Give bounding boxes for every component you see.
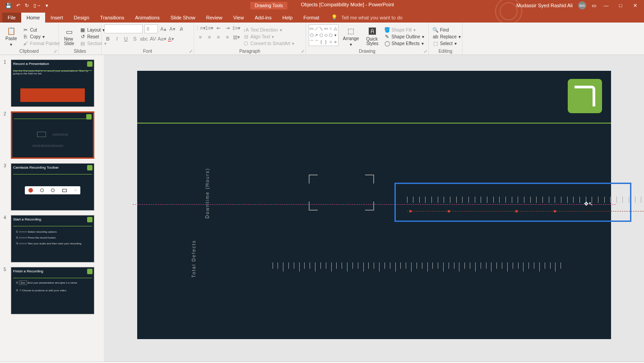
- tab-slideshow[interactable]: Slide Show: [165, 13, 201, 23]
- user-name-label[interactable]: Mudassir Syed Rashid Ali: [516, 3, 573, 8]
- change-case-icon[interactable]: Aa▾: [158, 35, 166, 42]
- tab-addins[interactable]: Add-ins: [249, 13, 277, 23]
- new-slide-button[interactable]: ▭ New Slide: [61, 24, 77, 49]
- undo-icon[interactable]: ↶: [16, 3, 20, 9]
- shadow-icon[interactable]: abc: [140, 35, 148, 42]
- save-icon[interactable]: 💾: [5, 3, 12, 9]
- italic-icon[interactable]: I: [113, 35, 120, 42]
- shapes-gallery[interactable]: ▭／＼▭○△ ⬠↗⬡◇⬡▾ ⌒⌒{}☆≡: [309, 24, 338, 46]
- increase-font-icon[interactable]: A▴: [160, 25, 167, 32]
- tell-me-search[interactable]: 💡 Tell me what you want to do: [329, 12, 405, 23]
- thumbnail-preview[interactable]: Camtasia Recording Toolbar ⚙: [11, 163, 94, 211]
- thumbnail-item[interactable]: 4 Start a Recording ① ▭▭▭ Select recordi…: [4, 215, 100, 262]
- user-avatar[interactable]: MS: [578, 1, 586, 9]
- line-spacing-icon[interactable]: ‡≡▾: [233, 24, 240, 32]
- thumbnail-number: 2: [4, 111, 8, 159]
- axis-label-defects[interactable]: Total Defects: [191, 240, 196, 278]
- camtasia-logo-icon: [87, 269, 93, 274]
- character-spacing-icon[interactable]: AV: [149, 35, 157, 42]
- copy-icon: ⎘: [23, 34, 28, 39]
- handle-icon[interactable]: [448, 210, 450, 212]
- handle-icon[interactable]: [515, 210, 518, 212]
- dialog-launcher-icon[interactable]: ⤢: [189, 49, 193, 54]
- cut-button[interactable]: ✂Cut: [22, 27, 61, 33]
- paste-icon: 📋: [7, 26, 16, 35]
- thumbnail-item[interactable]: 2 ||||||||||||||| ||||||||||||||||||||||…: [4, 111, 100, 159]
- ribbon-display-icon[interactable]: ▭: [592, 3, 596, 9]
- camtasia-logo-icon[interactable]: [568, 79, 602, 113]
- smartart-button[interactable]: ⬡Convert to SmartArt ▾: [242, 40, 296, 46]
- slide-thumbnail-panel[interactable]: 1 Record a Presentation Use the Camtasia…: [0, 55, 104, 362]
- tab-animations[interactable]: Animations: [130, 13, 165, 23]
- thumbnail-preview-selected[interactable]: ||||||||||||||| ||||||||||||||||||||||||…: [11, 111, 94, 159]
- selected-shape[interactable]: [394, 183, 631, 222]
- numbering-icon[interactable]: 1≡▾: [206, 24, 213, 32]
- handle-icon[interactable]: [409, 210, 412, 212]
- dialog-launcher-icon[interactable]: ⤢: [301, 49, 305, 54]
- placeholder-crop-marks[interactable]: [309, 175, 374, 211]
- format-painter-button[interactable]: 🖌Format Painter: [22, 40, 61, 46]
- minimize-icon[interactable]: —: [602, 3, 611, 8]
- columns-icon[interactable]: ▥▾: [233, 33, 240, 41]
- tab-review[interactable]: Review: [201, 13, 228, 23]
- qat-dropdown-icon[interactable]: ▾: [46, 3, 48, 9]
- tab-file[interactable]: File: [2, 13, 21, 23]
- thumbnail-preview[interactable]: Start a Recording ① ▭▭▭ Select recording…: [11, 215, 94, 262]
- handle-icon[interactable]: [554, 210, 556, 212]
- font-size-input[interactable]: [144, 24, 158, 33]
- justify-icon[interactable]: ≡: [224, 33, 231, 41]
- align-center-icon[interactable]: ≡: [206, 33, 213, 41]
- find-button[interactable]: 🔍Find: [431, 27, 462, 33]
- tab-view[interactable]: View: [228, 13, 250, 23]
- bold-icon[interactable]: B: [104, 35, 111, 42]
- bullets-icon[interactable]: ⋮≡▾: [197, 24, 204, 32]
- thumbnail-item[interactable]: 1 Record a Presentation Use the Camtasia…: [4, 60, 100, 107]
- camtasia-logo-icon: [87, 165, 93, 170]
- replace-icon: ab: [433, 34, 438, 39]
- decrease-indent-icon[interactable]: ⇤: [215, 24, 222, 32]
- align-text-icon: ⊟: [243, 34, 249, 39]
- maximize-icon[interactable]: □: [616, 3, 625, 8]
- close-icon[interactable]: ✕: [630, 3, 639, 9]
- paste-button[interactable]: 📋 Paste ▾: [3, 24, 20, 49]
- shape-effects-button[interactable]: ◯Shape Effects ▾: [383, 40, 426, 46]
- align-left-icon[interactable]: ≡: [197, 33, 204, 41]
- align-text-button[interactable]: ⊟Align Text ▾: [242, 33, 296, 40]
- select-button[interactable]: ⬚Select ▾: [431, 40, 462, 46]
- font-family-input[interactable]: [104, 24, 143, 33]
- strikethrough-icon[interactable]: S: [131, 35, 139, 42]
- thumbnail-item[interactable]: 5 Finish a Recording ④ Esc End your pres…: [4, 267, 100, 314]
- shape-outline-button[interactable]: ✎Shape Outline ▾: [383, 33, 426, 40]
- shape-fill-button[interactable]: 🪣Shape Fill ▾: [383, 27, 426, 33]
- start-from-beginning-icon[interactable]: ▯→: [33, 3, 41, 9]
- current-slide[interactable]: Downtime (Hours) Total Defects ✥↖: [137, 71, 611, 339]
- tab-design[interactable]: Design: [69, 13, 95, 23]
- thumbnail-item[interactable]: 3 Camtasia Recording Toolbar ⚙: [4, 163, 100, 211]
- font-color-icon[interactable]: A▾: [167, 35, 175, 42]
- slide-editor[interactable]: Downtime (Hours) Total Defects ✥↖: [104, 55, 644, 362]
- replace-button[interactable]: abReplace ▾: [431, 33, 462, 40]
- arrange-button[interactable]: ⬚ Arrange▾: [340, 24, 362, 49]
- underline-icon[interactable]: U: [122, 35, 130, 42]
- document-title: Objects [Compatibility Mode] - PowerPoin…: [301, 2, 394, 9]
- clear-formatting-icon[interactable]: A̷: [178, 25, 185, 32]
- tab-help[interactable]: Help: [277, 13, 298, 23]
- dialog-launcher-icon[interactable]: ⤢: [54, 49, 57, 54]
- camtasia-logo-icon: [87, 61, 93, 67]
- decrease-font-icon[interactable]: A▾: [169, 25, 176, 32]
- text-direction-button[interactable]: ↕AText Direction ▾: [242, 27, 296, 33]
- dialog-launcher-icon[interactable]: ⤢: [424, 49, 427, 54]
- redo-icon[interactable]: ↻: [25, 3, 29, 9]
- tab-home[interactable]: Home: [21, 13, 45, 23]
- quick-styles-button[interactable]: 🅰 Quick Styles: [363, 24, 381, 49]
- copy-button[interactable]: ⎘Copy ▾: [22, 33, 61, 40]
- axis-label-downtime[interactable]: Downtime (Hours): [205, 168, 210, 219]
- tab-insert[interactable]: Insert: [45, 13, 69, 23]
- tab-format[interactable]: Format: [298, 13, 324, 23]
- thumbnail-preview[interactable]: Finish a Recording ④ Esc End your presen…: [11, 267, 94, 314]
- tick-marks-lower[interactable]: [273, 262, 561, 271]
- tab-transitions[interactable]: Transitions: [95, 13, 130, 23]
- align-right-icon[interactable]: ≡: [215, 33, 222, 41]
- thumbnail-preview[interactable]: Record a Presentation Use the Camtasia A…: [11, 60, 94, 107]
- increase-indent-icon[interactable]: ⇥: [224, 24, 231, 32]
